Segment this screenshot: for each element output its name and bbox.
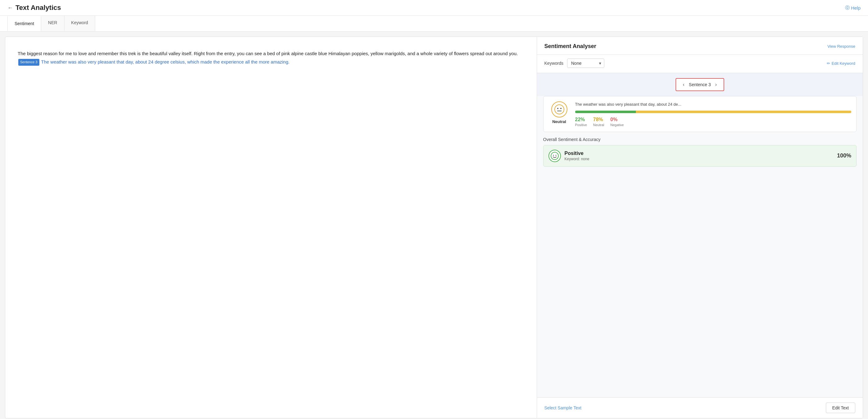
overall-left: Positive Keyword: none — [549, 150, 589, 162]
svg-point-5 — [553, 155, 554, 156]
sentence-text-and-bars: The weather was also very pleasant that … — [575, 101, 851, 127]
tabs-container: Sentiment NER Keyword — [0, 16, 868, 32]
svg-point-6 — [555, 155, 556, 156]
overall-sentiment-info: Positive Keyword: none — [565, 151, 589, 161]
sentence-card: Neutral The weather was also very pleasa… — [543, 96, 857, 132]
neutral-score: 78% Neutral — [593, 117, 604, 127]
prev-sentence-button[interactable]: ‹ — [681, 81, 686, 88]
app-header: ← Text Analytics ⓪ Help — [0, 0, 868, 16]
text-part1: The biggest reason for me to love and re… — [18, 51, 518, 56]
overall-card: Positive Keyword: none 100% — [543, 145, 857, 167]
overall-sentiment-name: Positive — [565, 151, 589, 156]
sentence-preview-text: The weather was also very pleasant that … — [575, 101, 851, 108]
sentence3-label[interactable]: Sentence 3 — [18, 59, 39, 66]
svg-point-2 — [560, 108, 561, 109]
positive-bar — [575, 111, 636, 113]
overall-section: Overall Sentiment & Accuracy Positive Ke… — [537, 137, 863, 172]
edit-keyword-link[interactable]: ✏ Edit Keyword — [827, 61, 855, 66]
neutral-label: Neutral — [593, 123, 604, 127]
main-content: The biggest reason for me to love and re… — [5, 36, 863, 418]
edit-text-button[interactable]: Edit Text — [826, 402, 855, 413]
text-content: The biggest reason for me to love and re… — [18, 49, 524, 66]
positive-score: 22% Positive — [575, 117, 587, 127]
help-link[interactable]: ⓪ Help — [845, 5, 861, 11]
back-icon[interactable]: ← — [7, 5, 13, 11]
svg-point-1 — [557, 108, 558, 109]
panel-title: Sentiment Analyser — [545, 43, 596, 50]
select-sample-text-link[interactable]: Select Sample Text — [545, 406, 582, 410]
tab-ner[interactable]: NER — [41, 16, 64, 31]
help-circle-icon: ⓪ — [845, 5, 850, 11]
edit-keyword-label: Edit Keyword — [831, 61, 855, 66]
positive-label: Positive — [575, 123, 587, 127]
view-response-link[interactable]: View Response — [828, 44, 855, 49]
sentence-nav-label: Sentence 3 — [689, 82, 711, 87]
overall-title: Overall Sentiment & Accuracy — [543, 137, 857, 142]
sentiment-label: Neutral — [552, 119, 566, 124]
svg-point-4 — [551, 152, 558, 159]
sentence-nav-area: ‹ Sentence 3 › — [537, 73, 863, 96]
sentiment-bar — [575, 111, 851, 113]
next-sentence-button[interactable]: › — [713, 81, 719, 88]
sentence-nav: ‹ Sentence 3 › — [676, 78, 724, 91]
keywords-row: Keywords None Keyword 1 Keyword 2 ▾ ✏ Ed… — [537, 55, 863, 73]
negative-label: Negative — [611, 123, 624, 127]
negative-value: 0% — [611, 117, 624, 122]
overall-keyword: Keyword: none — [565, 157, 589, 161]
analysis-panel: Sentiment Analyser View Response Keyword… — [537, 37, 863, 418]
neutral-value: 78% — [593, 117, 604, 122]
overall-percentage: 100% — [837, 152, 851, 159]
help-label: Help — [851, 5, 861, 10]
app-title: Text Analytics — [16, 4, 61, 12]
keywords-select-wrapper: None Keyword 1 Keyword 2 ▾ — [567, 59, 604, 68]
highlighted-sentence: The weather was also very pleasant that … — [41, 59, 290, 64]
panel-header: Sentiment Analyser View Response — [537, 37, 863, 55]
neutral-emoji — [551, 101, 567, 117]
title-area: ← Text Analytics — [7, 4, 61, 12]
negative-score: 0% Negative — [611, 117, 624, 127]
svg-point-0 — [555, 105, 564, 114]
neutral-bar — [636, 111, 851, 113]
text-panel: The biggest reason for me to love and re… — [5, 37, 537, 418]
positive-emoji — [549, 150, 561, 162]
pencil-icon: ✏ — [827, 61, 830, 66]
positive-value: 22% — [575, 117, 587, 122]
panel-footer: Select Sample Text Edit Text — [537, 397, 863, 418]
tab-keyword[interactable]: Keyword — [64, 16, 95, 31]
sentiment-emoji-area: Neutral — [549, 101, 570, 124]
tab-sentiment[interactable]: Sentiment — [7, 16, 41, 31]
keywords-select[interactable]: None Keyword 1 Keyword 2 — [567, 59, 604, 68]
keywords-label: Keywords — [545, 61, 563, 66]
sentence-card-header: Neutral The weather was also very pleasa… — [549, 101, 851, 127]
sentiment-scores: 22% Positive 78% Neutral 0% Negative — [575, 117, 851, 127]
